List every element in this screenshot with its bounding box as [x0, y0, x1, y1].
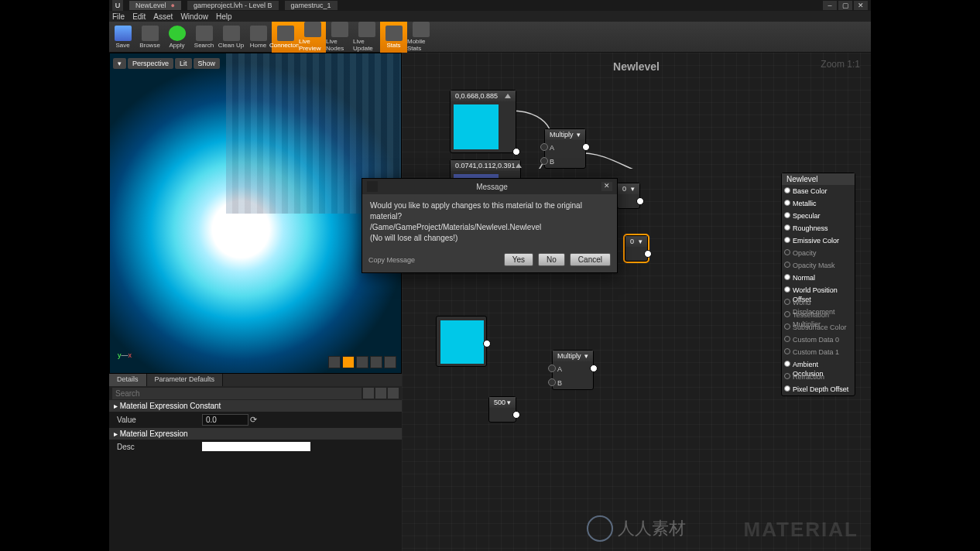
output-pin[interactable]	[483, 340, 491, 347]
dialog-titlebar[interactable]: Message ✕	[362, 179, 617, 194]
graph-panel[interactable]: Newlevel Zoom 1:1 0,0.668,0.885 0.074	[402, 53, 871, 551]
output-pin[interactable]	[590, 364, 598, 372]
input-pin[interactable]	[784, 200, 790, 206]
livepreview-button[interactable]: Live Preview	[299, 22, 326, 53]
chevron-down-icon[interactable]: ▾	[631, 185, 635, 193]
input-pin-a[interactable]	[548, 364, 556, 372]
chevron-down-icon[interactable]: ▾	[507, 399, 511, 406]
input-pin[interactable]	[784, 385, 790, 392]
node-constant3vector-1[interactable]: 0,0.668,0.885	[450, 90, 516, 153]
browse-button[interactable]: Browse	[136, 22, 163, 53]
output-pin[interactable]	[636, 197, 644, 205]
input-pin-a[interactable]	[540, 143, 548, 151]
material-pin-ambient-occlusion[interactable]: Ambient Occlusion	[782, 358, 855, 371]
input-pin[interactable]	[784, 262, 790, 268]
material-pin-subsurface-color[interactable]: Subsurface Color	[782, 321, 855, 334]
input-pin[interactable]	[784, 348, 790, 354]
menu-window[interactable]: Window	[180, 12, 208, 21]
material-output-node[interactable]: Newlevel Base ColorMetallicSpecularRough…	[781, 173, 855, 396]
shape-sphere[interactable]	[342, 356, 355, 368]
output-pin[interactable]	[512, 411, 520, 419]
chevron-down-icon[interactable]: ▾	[577, 131, 581, 139]
input-pin-b[interactable]	[540, 157, 548, 165]
tab-close-icon[interactable]: ●	[171, 2, 175, 9]
node-multiply-1[interactable]: Multiply▾ A B	[544, 128, 586, 169]
output-pin[interactable]	[644, 250, 652, 258]
material-pin-custom-data-0[interactable]: Custom Data 0	[782, 334, 855, 346]
node-constant-0b[interactable]: 0▾	[625, 235, 648, 262]
yes-button[interactable]: Yes	[504, 253, 533, 266]
dialog-close-button[interactable]: ✕	[601, 182, 612, 191]
tab-newlevel[interactable]: NewLevel●	[129, 1, 181, 10]
eye-icon[interactable]	[388, 388, 399, 399]
cancel-button[interactable]: Cancel	[570, 253, 611, 266]
input-pin[interactable]	[784, 299, 790, 305]
section-material-expression[interactable]: ▸ Material Expression	[109, 428, 402, 440]
material-pin-base-color[interactable]: Base Color	[782, 185, 855, 197]
input-pin[interactable]	[784, 212, 790, 218]
material-pin-specular[interactable]: Specular	[782, 210, 855, 222]
material-pin-opacity[interactable]: Opacity	[782, 247, 855, 259]
search-icon[interactable]	[363, 388, 374, 399]
chevron-up-icon[interactable]	[505, 94, 511, 98]
node-constant-500[interactable]: 500▾	[488, 396, 516, 423]
material-pin-opacity-mask[interactable]: Opacity Mask	[782, 259, 855, 272]
input-pin[interactable]	[784, 361, 790, 367]
menu-help[interactable]: Help	[216, 12, 232, 21]
output-pin[interactable]	[512, 148, 520, 156]
viewport-dropdown[interactable]: ▾	[113, 58, 126, 69]
input-pin-b[interactable]	[548, 378, 556, 386]
material-pin-metallic[interactable]: Metallic	[782, 197, 855, 210]
material-pin-world-position-offset[interactable]: World Position Offset	[782, 284, 855, 296]
viewport-show[interactable]: Show	[194, 58, 221, 69]
no-button[interactable]: No	[538, 253, 565, 266]
material-pin-roughness[interactable]: Roughness	[782, 222, 855, 234]
home-button[interactable]: Home	[245, 22, 272, 53]
stats-button[interactable]: Stats	[380, 22, 407, 53]
chevron-down-icon[interactable]: ▾	[639, 238, 642, 245]
input-pin[interactable]	[784, 323, 790, 330]
input-pin[interactable]	[784, 249, 790, 255]
section-material-expression-constant[interactable]: ▸ Material Expression Constant	[109, 400, 402, 412]
input-pin[interactable]	[784, 237, 790, 243]
copy-message-link[interactable]: Copy Message	[368, 256, 415, 264]
node-multiply-2[interactable]: Multiply▾ A B	[552, 350, 594, 390]
output-pin[interactable]	[582, 143, 590, 151]
viewport-lit[interactable]: Lit	[175, 58, 192, 69]
tab-parameter-defaults[interactable]: Parameter Defaults	[147, 374, 224, 386]
liveupdate-button[interactable]: Live Update	[353, 22, 380, 53]
shape-plane[interactable]	[356, 356, 368, 368]
tab-details[interactable]: Details	[109, 374, 147, 386]
input-pin[interactable]	[784, 274, 790, 280]
apply-button[interactable]: Apply	[163, 22, 190, 53]
input-pin[interactable]	[784, 311, 790, 317]
search-button[interactable]: Search	[190, 22, 218, 53]
preview-viewport[interactable]: ▾ Perspective Lit Show y—x	[109, 53, 402, 374]
input-pin[interactable]	[784, 336, 790, 342]
shape-cylinder[interactable]	[328, 356, 341, 368]
desc-input[interactable]	[202, 442, 310, 451]
value-input[interactable]	[202, 414, 248, 426]
cleanup-button[interactable]: Clean Up	[218, 22, 245, 53]
filter-icon[interactable]	[375, 388, 386, 399]
material-pin-emissive-color[interactable]: Emissive Color	[782, 234, 855, 247]
menu-edit[interactable]: Edit	[132, 12, 146, 21]
tab-gameproject[interactable]: gameproject.lvh - Level B	[187, 1, 279, 10]
input-pin[interactable]	[784, 187, 790, 193]
node-constant3vector-3[interactable]	[436, 316, 487, 367]
menu-asset[interactable]: Asset	[153, 12, 173, 21]
material-pin-world-displacement[interactable]: World Displacement	[782, 296, 855, 309]
viewport-perspective[interactable]: Perspective	[128, 58, 173, 69]
material-pin-pixel-depth-offset[interactable]: Pixel Depth Offset	[782, 383, 855, 395]
minimize-button[interactable]: –	[823, 1, 837, 10]
connectors-button[interactable]: Connectors	[272, 22, 299, 53]
material-pin-refraction[interactable]: Refraction	[782, 371, 855, 383]
input-pin[interactable]	[784, 373, 790, 379]
chevron-down-icon[interactable]: ▾	[584, 352, 588, 360]
chevron-up-icon[interactable]	[516, 163, 522, 168]
details-search-input[interactable]	[112, 388, 362, 399]
node-constant-0a[interactable]: 0▾	[617, 183, 640, 209]
spinner-icon[interactable]: ⟳	[250, 415, 257, 425]
save-button[interactable]: Save	[109, 22, 136, 53]
material-pin-custom-data-1[interactable]: Custom Data 1	[782, 346, 855, 358]
